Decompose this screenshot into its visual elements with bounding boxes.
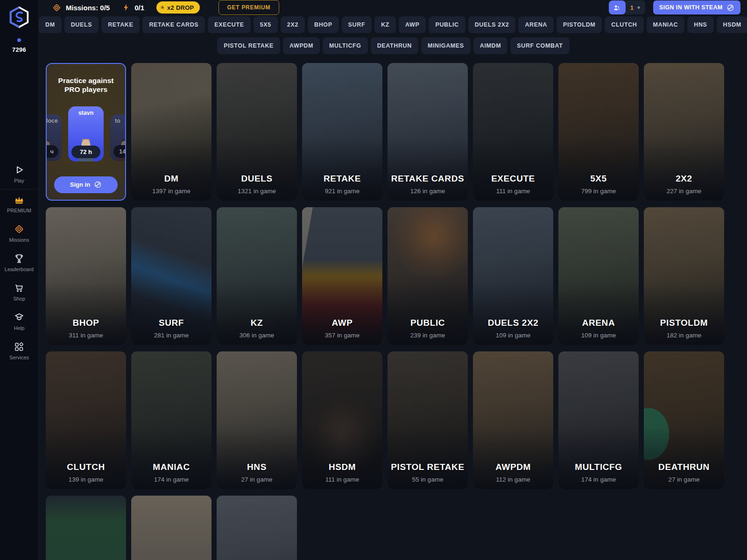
mode-tab[interactable]: AWP — [399, 16, 426, 33]
sidebar-item-services[interactable]: Services — [0, 336, 38, 366]
mode-tabs: DMDUELSRETAKERETAKE CARDSEXECUTE5X52X2BH… — [39, 15, 747, 54]
game-mode-card[interactable]: PUBLIC 239 in game — [388, 207, 468, 345]
mode-tab[interactable]: EXECUTE — [208, 16, 250, 33]
mode-tab[interactable]: RETAKE — [101, 16, 140, 33]
crown-icon — [14, 194, 25, 205]
steam-icon — [726, 4, 734, 12]
mode-tab[interactable]: PISTOL RETAKE — [217, 37, 280, 54]
game-mode-player-count: 174 in game — [131, 476, 211, 483]
game-mode-card[interactable]: 5X5 799 in game — [558, 63, 639, 201]
sidebar-item-help[interactable]: Help — [0, 307, 38, 336]
mode-tab[interactable]: 5X5 — [254, 16, 278, 33]
mode-tab[interactable]: RETAKE CARDS — [142, 16, 205, 33]
game-mode-card[interactable]: AWPDM 112 in game — [473, 351, 553, 489]
mode-tab[interactable]: MULTICFG — [323, 37, 368, 54]
drop-dot-icon — [161, 6, 164, 9]
game-mode-title: KZ — [217, 318, 297, 328]
sign-in-steam-button[interactable]: SIGN IN WITH STEAM — [653, 0, 740, 14]
party-count: 1 — [630, 4, 634, 11]
game-mode-card[interactable] — [131, 496, 211, 560]
game-mode-card[interactable]: HSDM 111 in game — [302, 351, 382, 489]
game-mode-player-count: 174 in game — [558, 476, 639, 483]
pro-player-card-center: stavn 72 h — [68, 106, 104, 161]
game-mode-card[interactable]: SURF 281 in game — [131, 207, 211, 345]
mode-tab[interactable]: PUBLIC — [429, 16, 465, 33]
game-mode-title: BHOP — [46, 318, 126, 328]
mode-tab[interactable]: DUELS 2X2 — [468, 16, 516, 33]
play-icon — [14, 164, 25, 175]
mode-tab[interactable]: MINIGAMES — [421, 37, 471, 54]
online-indicator-dot — [17, 38, 21, 42]
game-mode-card[interactable]: BHOP 311 in game — [46, 207, 126, 345]
game-mode-card[interactable]: RETAKE CARDS 126 in game — [388, 63, 468, 201]
promo-sign-in-button[interactable]: Sign in — [54, 176, 118, 193]
mode-tab[interactable]: AWPDM — [283, 37, 320, 54]
game-mode-card[interactable]: KZ 306 in game — [217, 207, 297, 345]
sidebar-item-leaderboard[interactable]: Leaderboard — [0, 248, 38, 278]
game-mode-player-count: 139 in game — [46, 476, 126, 483]
mode-tab[interactable]: AIMDM — [473, 37, 507, 54]
game-mode-title: 5X5 — [558, 174, 639, 184]
party-size-selector[interactable]: 1 ▼ — [609, 0, 645, 14]
game-mode-card[interactable]: MULTICFG 174 in game — [558, 351, 639, 489]
mode-tab[interactable]: SURF — [342, 16, 372, 33]
game-mode-card[interactable]: DEATHRUN 27 in game — [644, 351, 724, 489]
image-shade-overlay — [46, 496, 126, 560]
pro-player-card-left: doce ч — [46, 114, 62, 161]
hours-badge: ч — [46, 145, 58, 158]
mode-tab[interactable]: DM — [39, 16, 62, 33]
game-mode-card[interactable] — [46, 496, 126, 560]
mode-tab[interactable]: 2X2 — [281, 16, 305, 33]
mode-tab[interactable]: DEATHRUN — [371, 37, 418, 54]
game-mode-card[interactable]: EXECUTE 111 in game — [473, 63, 553, 201]
x2-drop-badge[interactable]: x2 DROP — [156, 1, 199, 14]
mode-tab[interactable]: HSDM — [717, 16, 747, 33]
mode-tab[interactable]: HNS — [687, 16, 713, 33]
mode-tab[interactable]: ARENA — [518, 16, 554, 33]
sidebar-item-missions[interactable]: Missions — [0, 219, 38, 248]
game-mode-card[interactable]: AWP 357 in game — [302, 207, 382, 345]
game-mode-player-count: 357 in game — [302, 332, 382, 339]
game-mode-card[interactable]: DUELS 1321 in game — [217, 63, 297, 201]
game-mode-player-count: 182 in game — [644, 332, 724, 339]
help-box-icon — [14, 312, 25, 323]
pro-players-promo-card[interactable]: Practice against PRO players doce ч stav… — [46, 63, 126, 201]
get-premium-button[interactable]: GET PREMIUM — [218, 0, 280, 15]
mode-tab[interactable]: DUELS — [64, 16, 99, 33]
image-shade-overlay — [131, 496, 211, 560]
game-mode-card[interactable]: 2X2 227 in game — [644, 63, 724, 201]
mode-tab[interactable]: KZ — [374, 16, 396, 33]
game-mode-card[interactable]: CLUTCH 139 in game — [46, 351, 126, 489]
game-mode-card[interactable]: PISTOL RETAKE 55 in game — [388, 351, 468, 489]
game-mode-card[interactable] — [217, 496, 297, 560]
game-mode-title: EXECUTE — [473, 174, 553, 184]
bonus-progress-chip[interactable]: 0/1 — [122, 3, 144, 12]
game-mode-card[interactable]: ARENA 109 in game — [558, 207, 639, 345]
game-mode-player-count: 111 in game — [473, 188, 553, 195]
people-icon — [613, 3, 621, 12]
sidebar-item-play[interactable]: Play — [0, 160, 38, 189]
game-mode-card[interactable]: HNS 27 in game — [217, 351, 297, 489]
missions-progress-chip[interactable]: Missions: 0/5 — [52, 3, 110, 13]
game-mode-card[interactable]: RETAKE 921 in game — [302, 63, 382, 201]
game-mode-title: RETAKE — [302, 174, 382, 184]
topbar: Missions: 0/5 0/1 x2 DROP GET PREMIUM 1 … — [39, 0, 747, 15]
sidebar-item-premium[interactable]: PREMIUM — [0, 189, 38, 219]
game-mode-title: CLUTCH — [46, 462, 126, 472]
game-mode-card[interactable]: MANIAC 174 in game — [131, 351, 211, 489]
mode-tab[interactable]: MANIAC — [647, 16, 685, 33]
game-mode-title: DM — [131, 174, 211, 184]
sidebar-item-shop[interactable]: Shop — [0, 278, 38, 307]
mode-tab[interactable]: BHOP — [308, 16, 339, 33]
game-mode-card[interactable]: DM 1397 in game — [131, 63, 211, 201]
game-mode-card[interactable]: DUELS 2X2 109 in game — [473, 207, 553, 345]
main-area: Missions: 0/5 0/1 x2 DROP GET PREMIUM 1 … — [39, 0, 747, 560]
services-grid-icon — [14, 341, 25, 352]
game-mode-card[interactable]: PISTOLDM 182 in game — [644, 207, 724, 345]
mode-tab[interactable]: SURF COMBAT — [510, 37, 569, 54]
game-mode-title: AWP — [302, 318, 382, 328]
brand-logo[interactable] — [9, 6, 29, 28]
game-mode-title: SURF — [131, 318, 211, 328]
mode-tab[interactable]: CLUTCH — [605, 16, 643, 33]
mode-tab[interactable]: PISTOLDM — [557, 16, 602, 33]
